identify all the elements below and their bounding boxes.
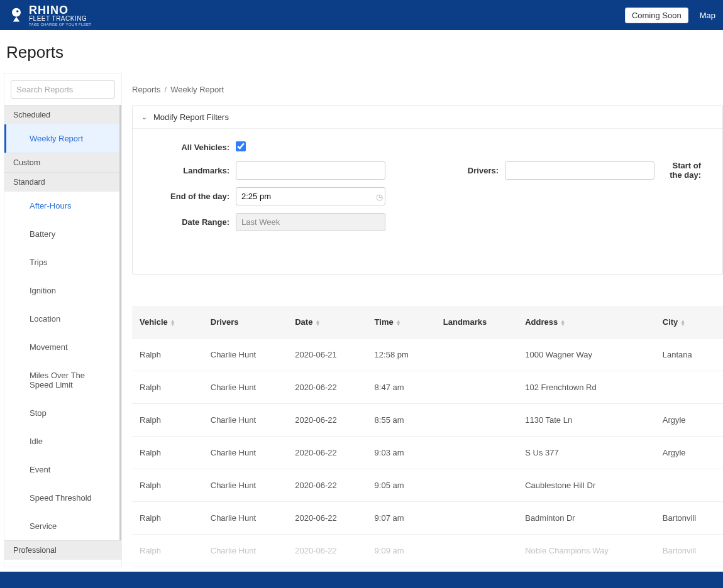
cell-landmarks xyxy=(436,339,517,371)
drivers-label: Drivers: xyxy=(392,166,505,175)
col-vehicle[interactable]: Vehicle▲▼ xyxy=(132,306,203,339)
sort-icon: ▲▼ xyxy=(170,320,175,326)
topbar-right: Coming Soon Map xyxy=(625,8,715,23)
cell-city xyxy=(655,371,723,404)
cell-address: 102 Frenchtown Rd xyxy=(517,371,655,404)
cell-address: 1000 Wagner Way xyxy=(517,339,655,371)
cell-landmarks xyxy=(436,469,517,502)
sidebar-item-location[interactable]: Location xyxy=(4,305,119,333)
cell-city: Bartonvill xyxy=(655,502,723,535)
report-table: Vehicle▲▼ Drivers Date▲▼ Time▲▼ Landmark… xyxy=(132,306,723,567)
sidebar-item-ignition[interactable]: Ignition xyxy=(4,276,119,305)
cell-date: 2020-06-22 xyxy=(287,535,367,567)
date-range-input[interactable] xyxy=(236,213,385,231)
sidebar-item-after-hours[interactable]: After-Hours xyxy=(4,192,119,220)
sort-icon: ▲▼ xyxy=(396,320,401,326)
brand-tag: TAKE CHARGE OF YOUR FLEET xyxy=(29,23,91,26)
cell-vehicle: Ralph xyxy=(132,469,203,502)
brand-sub: FLEET TRACKING xyxy=(29,16,91,22)
cell-landmarks xyxy=(436,502,517,535)
cell-city xyxy=(655,469,723,502)
cell-city: Argyle xyxy=(655,404,723,437)
cell-time: 9:09 am xyxy=(367,535,436,567)
table-row[interactable]: RalphCharlie Hunt2020-06-2112:58 pm1000 … xyxy=(132,339,723,371)
svg-point-0 xyxy=(12,8,21,17)
cell-drivers: Charlie Hunt xyxy=(203,535,287,567)
cell-landmarks xyxy=(436,437,517,469)
svg-point-1 xyxy=(16,10,19,13)
cell-time: 8:55 am xyxy=(367,404,436,437)
coming-soon-button[interactable]: Coming Soon xyxy=(625,8,688,23)
filters-panel: ⌄ Modify Report Filters All Vehicles: La… xyxy=(132,106,723,275)
sidebar-item-idle[interactable]: Idle xyxy=(4,427,119,455)
sidebar-item-stop[interactable]: Stop xyxy=(4,399,119,427)
report-table-wrap: Vehicle▲▼ Drivers Date▲▼ Time▲▼ Landmark… xyxy=(132,306,723,567)
cell-landmarks xyxy=(436,535,517,567)
sidebar-item-speed-threshold[interactable]: Speed Threshold xyxy=(4,484,119,512)
cell-city: Lantana xyxy=(655,339,723,371)
cell-date: 2020-06-22 xyxy=(287,469,367,502)
search-input[interactable] xyxy=(11,80,115,99)
col-city[interactable]: City▲▼ xyxy=(655,306,723,339)
rhino-icon xyxy=(8,6,25,24)
table-row[interactable]: RalphCharlie Hunt2020-06-229:03 amS Us 3… xyxy=(132,437,723,469)
clock-icon: ◷ xyxy=(376,192,383,201)
cell-drivers: Charlie Hunt xyxy=(203,339,287,371)
col-date[interactable]: Date▲▼ xyxy=(287,306,367,339)
cell-drivers: Charlie Hunt xyxy=(203,502,287,535)
section-scheduled[interactable]: Scheduled xyxy=(4,105,119,124)
cell-address: 1130 Tate Ln xyxy=(517,404,655,437)
cell-vehicle: Ralph xyxy=(132,535,203,567)
cell-vehicle: Ralph xyxy=(132,404,203,437)
section-professional[interactable]: Professional xyxy=(4,540,121,560)
cell-drivers: Charlie Hunt xyxy=(203,437,287,469)
brand-logo[interactable]: RHINO FLEET TRACKING TAKE CHARGE OF YOUR… xyxy=(8,4,91,26)
map-link[interactable]: Map xyxy=(700,11,715,20)
topbar: RHINO FLEET TRACKING TAKE CHARGE OF YOUR… xyxy=(0,0,723,30)
cell-time: 9:05 am xyxy=(367,469,436,502)
crumb-current: Weekly Report xyxy=(170,85,224,94)
sidebar-item-event[interactable]: Event xyxy=(4,455,119,484)
col-time[interactable]: Time▲▼ xyxy=(367,306,436,339)
table-row[interactable]: RalphCharlie Hunt2020-06-228:47 am102 Fr… xyxy=(132,371,723,404)
cell-date: 2020-06-22 xyxy=(287,371,367,404)
cell-landmarks xyxy=(436,404,517,437)
cell-drivers: Charlie Hunt xyxy=(203,404,287,437)
col-landmarks[interactable]: Landmarks xyxy=(436,306,517,339)
cell-time: 9:03 am xyxy=(367,437,436,469)
cell-time: 8:47 am xyxy=(367,371,436,404)
sidebar-item-trips[interactable]: Trips xyxy=(4,248,119,276)
cell-vehicle: Ralph xyxy=(132,502,203,535)
col-drivers[interactable]: Drivers xyxy=(203,306,287,339)
cell-vehicle: Ralph xyxy=(132,437,203,469)
sidebar-item-battery[interactable]: Battery xyxy=(4,220,119,248)
table-row[interactable]: RalphCharlie Hunt2020-06-228:55 am1130 T… xyxy=(132,404,723,437)
section-standard[interactable]: Standard xyxy=(4,172,119,192)
end-of-day-input[interactable] xyxy=(236,187,385,205)
sidebar-item-miles-over[interactable]: Miles Over The Speed Limit xyxy=(4,361,119,399)
filters-toggle[interactable]: ⌄ Modify Report Filters xyxy=(133,106,722,129)
cell-city: Bartonvill xyxy=(655,535,723,567)
sort-icon: ▲▼ xyxy=(315,320,320,326)
landmarks-input[interactable] xyxy=(236,161,385,180)
table-row[interactable]: RalphCharlie Hunt2020-06-229:09 amNoble … xyxy=(132,535,723,567)
sidebar-item-movement[interactable]: Movement xyxy=(4,333,119,361)
table-row[interactable]: RalphCharlie Hunt2020-06-229:07 amBadmin… xyxy=(132,502,723,535)
cell-vehicle: Ralph xyxy=(132,339,203,371)
all-vehicles-checkbox[interactable] xyxy=(236,141,246,151)
sidebar-item-weekly-report[interactable]: Weekly Report xyxy=(4,124,119,153)
all-vehicles-label: All Vehicles: xyxy=(148,143,236,152)
table-row[interactable]: RalphCharlie Hunt2020-06-229:05 amCauble… xyxy=(132,469,723,502)
landmarks-label: Landmarks: xyxy=(148,166,236,175)
section-custom[interactable]: Custom xyxy=(4,153,119,172)
sidebar-item-service[interactable]: Service xyxy=(4,512,119,540)
drivers-input[interactable] xyxy=(505,161,654,180)
brand-text: RHINO FLEET TRACKING TAKE CHARGE OF YOUR… xyxy=(29,4,91,26)
sidebar: Scheduled Weekly Report Custom Standard … xyxy=(4,74,122,567)
crumb-root[interactable]: Reports xyxy=(132,85,161,94)
main-content: Reports/Weekly Report ⌄ Modify Report Fi… xyxy=(122,74,723,567)
cell-city: Argyle xyxy=(655,437,723,469)
col-address[interactable]: Address▲▼ xyxy=(517,306,655,339)
cell-address: Noble Champions Way xyxy=(517,535,655,567)
date-range-label: Date Range: xyxy=(148,217,236,227)
